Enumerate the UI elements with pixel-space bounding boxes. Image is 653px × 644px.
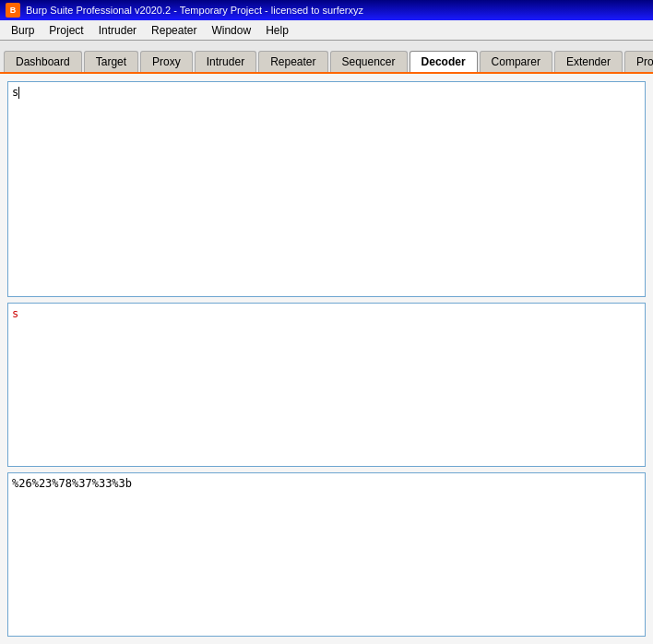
menu-item-intruder[interactable]: Intruder xyxy=(91,22,144,39)
output-text: s xyxy=(12,307,18,320)
title-bar-text: Burp Suite Professional v2020.2 - Tempor… xyxy=(26,5,363,16)
menu-item-help[interactable]: Help xyxy=(258,22,296,39)
menu-item-project[interactable]: Project xyxy=(42,22,90,39)
main-content: s s %26%23%78%37%33%3b xyxy=(0,74,653,644)
tab-comparer[interactable]: Comparer xyxy=(480,51,552,72)
tab-sequencer[interactable]: Sequencer xyxy=(330,51,408,72)
menu-item-window[interactable]: Window xyxy=(204,22,258,39)
input-panel[interactable]: s xyxy=(7,81,646,297)
tab-repeater[interactable]: Repeater xyxy=(258,51,327,72)
app-icon: B xyxy=(6,3,20,18)
title-bar: B Burp Suite Professional v2020.2 - Temp… xyxy=(0,0,653,20)
menu-item-burp[interactable]: Burp xyxy=(4,22,42,39)
tab-target[interactable]: Target xyxy=(84,51,138,72)
tab-extender[interactable]: Extender xyxy=(554,51,623,72)
encoded-panel[interactable]: %26%23%78%37%33%3b xyxy=(7,472,646,637)
output-panel[interactable]: s xyxy=(7,303,646,467)
menu-item-repeater[interactable]: Repeater xyxy=(144,22,204,39)
tab-proxy[interactable]: Proxy xyxy=(140,51,193,72)
tab-intruder[interactable]: Intruder xyxy=(195,51,256,72)
tab-bar: DashboardTargetProxyIntruderRepeaterSequ… xyxy=(0,41,653,74)
tab-dashboard[interactable]: Dashboard xyxy=(4,51,82,72)
tab-project[interactable]: Project xyxy=(624,51,653,72)
input-text: s xyxy=(12,86,19,99)
encoded-text: %26%23%78%37%33%3b xyxy=(12,477,132,490)
tab-decoder[interactable]: Decoder xyxy=(410,51,478,72)
menu-bar: BurpProjectIntruderRepeaterWindowHelp xyxy=(0,20,653,41)
